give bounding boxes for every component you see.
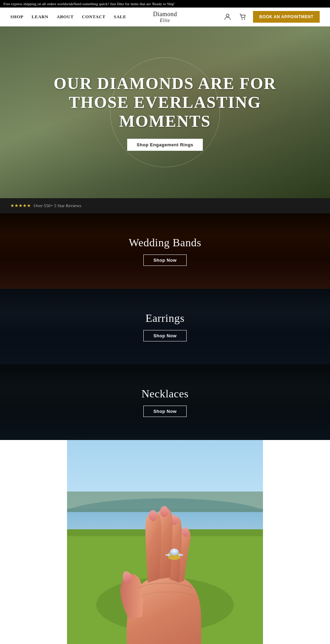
- nav-sale[interactable]: SALE: [114, 14, 126, 20]
- top-banner: Free express shipping on all orders worl…: [0, 0, 330, 8]
- main-nav: SHOP LEARN ABOUT CONTACT SALE: [10, 14, 126, 20]
- logo: Diamond Elite: [153, 11, 177, 23]
- earrings-shop-now-button[interactable]: Shop Now: [143, 330, 187, 341]
- nav-shop[interactable]: SHOP: [10, 14, 23, 20]
- cart-icon[interactable]: [238, 12, 248, 22]
- nav-about[interactable]: ABOUT: [57, 14, 74, 20]
- nav-contact[interactable]: CONTACT: [82, 14, 106, 20]
- necklaces-title: Necklaces: [141, 387, 188, 400]
- hand-ring-image: [67, 440, 263, 644]
- book-appointment-button[interactable]: BOOK AN APPOINTMENT: [253, 11, 320, 23]
- featured-image-section: [0, 440, 330, 644]
- earrings-bg: [0, 289, 330, 364]
- svg-point-22: [180, 554, 183, 556]
- svg-point-11: [182, 527, 189, 537]
- svg-point-1: [242, 19, 243, 20]
- star-icon: ★★★★★: [10, 203, 31, 208]
- shop-sections: Wedding Bands Shop Now Earrings Shop Now…: [0, 213, 330, 440]
- svg-point-14: [149, 510, 157, 521]
- hero-content: OUR DIAMONDS ARE FOR THOSE EVERLASTING M…: [34, 74, 296, 151]
- reviews-text: Over 550+ 5 Star Reviews: [34, 203, 81, 208]
- account-icon[interactable]: [223, 12, 232, 22]
- wedding-bands-bg: [0, 213, 330, 289]
- svg-point-21: [165, 554, 168, 556]
- earrings-title: Earrings: [145, 312, 185, 325]
- nav-right: BOOK AN APPOINTMENT: [223, 11, 320, 23]
- hero-heading: OUR DIAMONDS ARE FOR THOSE EVERLASTING M…: [34, 74, 296, 131]
- necklaces-shop-now-button[interactable]: Shop Now: [143, 406, 187, 417]
- wedding-bands-title: Wedding Bands: [129, 236, 201, 249]
- nav-learn[interactable]: LEARN: [32, 14, 48, 20]
- svg-point-13: [160, 506, 168, 517]
- wedding-bands-section: Wedding Bands Shop Now: [0, 213, 330, 289]
- necklaces-bg: [0, 364, 330, 440]
- hero-section: OUR DIAMONDS ARE FOR THOSE EVERLASTING M…: [0, 26, 330, 198]
- necklaces-section: Necklaces Shop Now: [0, 364, 330, 440]
- logo-line2: Elite: [153, 18, 177, 23]
- wedding-bands-shop-now-button[interactable]: Shop Now: [143, 255, 187, 266]
- shop-engagement-rings-button[interactable]: Shop Engagement Rings: [127, 139, 203, 151]
- earrings-section: Earrings Shop Now: [0, 289, 330, 364]
- reviews-bar: ★★★★★ Over 550+ 5 Star Reviews: [0, 198, 330, 213]
- logo-line1: Diamond: [153, 11, 177, 18]
- header: SHOP LEARN ABOUT CONTACT SALE Diamond El…: [0, 8, 330, 26]
- svg-point-0: [226, 14, 229, 17]
- svg-point-2: [244, 19, 245, 20]
- banner-text: Free express shipping on all orders worl…: [3, 2, 175, 6]
